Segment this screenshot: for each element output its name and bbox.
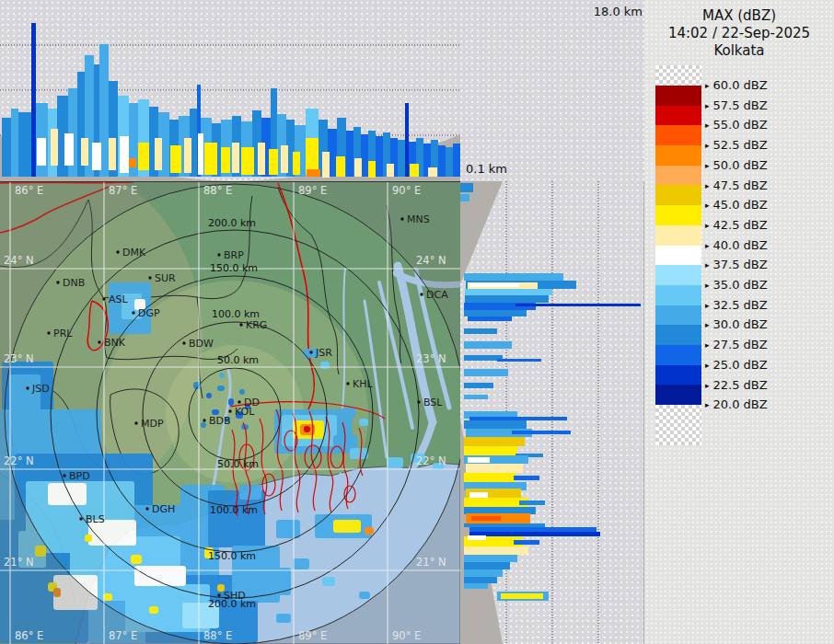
tick-value: 52.5 dBZ xyxy=(713,138,768,152)
station-label: ASL xyxy=(109,293,129,305)
tick-value: 45.0 dBZ xyxy=(713,198,768,212)
station-label: MNS xyxy=(407,213,430,225)
legend-color-bar xyxy=(655,65,701,445)
station-dot xyxy=(346,382,349,385)
tick-value: 25.0 dBZ xyxy=(713,358,768,372)
profile-bar xyxy=(471,516,501,521)
lon-label: 87° E xyxy=(109,184,137,197)
station-dot xyxy=(417,400,420,403)
profile-bar xyxy=(469,283,519,287)
legend-band xyxy=(655,125,701,145)
tick-value: 40.0 dBZ xyxy=(713,238,768,252)
profile-bar xyxy=(512,431,571,434)
profile-bar xyxy=(464,437,525,446)
profile-bar xyxy=(464,507,536,514)
profile-core xyxy=(336,156,345,177)
legend-band xyxy=(655,65,701,86)
station-label: BNK xyxy=(104,337,126,349)
tick-value: 57.5 dBZ xyxy=(713,98,768,112)
echo-rect xyxy=(276,614,291,623)
legend-band xyxy=(655,225,701,246)
echo-rect xyxy=(333,520,361,533)
legend-title-block: MAX (dBZ) 14:02 / 22-Sep-2025 Kolkata xyxy=(644,7,834,60)
tick-arrow-icon: ▸ xyxy=(705,221,710,230)
profile-core xyxy=(37,138,46,166)
legend-band xyxy=(655,345,701,365)
range-ring-label: 50.0 km xyxy=(217,354,259,366)
echo-rect xyxy=(322,577,335,586)
echo-rect xyxy=(239,389,245,395)
echo-rect xyxy=(85,535,92,542)
echo-rect xyxy=(387,457,403,468)
station-label: BSL xyxy=(423,397,443,408)
profile-bar xyxy=(466,464,523,473)
station-label: BRP xyxy=(224,249,244,261)
station-dot xyxy=(203,419,205,421)
profile-core xyxy=(184,138,191,173)
range-ring-label: 150.0 km xyxy=(208,550,256,562)
station-label: BDB xyxy=(209,415,231,427)
profile-bar xyxy=(465,295,549,303)
tick-arrow-icon: ▸ xyxy=(705,381,710,390)
tick-arrow-icon: ▸ xyxy=(705,141,710,150)
tick-arrow-icon: ▸ xyxy=(705,161,710,170)
echo-rect xyxy=(263,568,291,595)
echo-rect xyxy=(320,362,330,369)
echo-rect xyxy=(342,408,355,419)
station-dot xyxy=(79,517,82,520)
legend-tick: ▸22.5 dBZ xyxy=(705,378,768,392)
legend-tick: ▸37.5 dBZ xyxy=(705,258,768,271)
tick-arrow-icon: ▸ xyxy=(705,121,710,130)
station-label: SHD xyxy=(224,590,246,602)
tick-value: 27.5 dBZ xyxy=(713,338,768,351)
station-dot xyxy=(239,323,242,326)
tick-arrow-icon: ▸ xyxy=(705,181,710,190)
tick-value: 37.5 dBZ xyxy=(713,258,768,271)
echo-rect xyxy=(359,592,370,599)
legend-band xyxy=(655,86,701,106)
profile-core xyxy=(428,167,437,177)
legend-tick: ▸20.0 dBZ xyxy=(705,397,768,411)
station-dot xyxy=(56,281,59,283)
profile-bar xyxy=(464,569,503,577)
legend-band xyxy=(655,145,701,166)
profile-core xyxy=(354,158,362,177)
profile-core xyxy=(258,143,265,175)
profile-bar xyxy=(464,577,497,583)
range-ring-label: 100.0 km xyxy=(210,504,258,516)
radar-map-panel: 86° E86° E87° E87° E88° E88° E89° E89° E… xyxy=(0,181,460,644)
tick-arrow-icon: ▸ xyxy=(705,361,710,370)
legend-tick: ▸50.0 dBZ xyxy=(705,158,768,172)
tick-value: 47.5 dBZ xyxy=(713,178,768,192)
profile-core xyxy=(155,138,162,170)
lat-label: 22° N xyxy=(416,454,446,467)
profile-bar xyxy=(464,310,527,316)
profile-core xyxy=(120,136,129,173)
height-axis-max-label: 18.0 km xyxy=(587,5,643,18)
station-dot xyxy=(116,250,119,253)
profile-bar xyxy=(346,131,353,177)
profile-core xyxy=(109,138,116,170)
station-dot xyxy=(132,311,134,314)
station-dot xyxy=(217,593,220,596)
profile-bar xyxy=(464,446,517,455)
profile-bar xyxy=(405,103,409,177)
profile-bar xyxy=(464,273,563,281)
lon-label: 90° E xyxy=(392,184,421,197)
station-label: BPD xyxy=(69,470,90,482)
profile-bar xyxy=(464,369,508,376)
profile-core xyxy=(138,143,149,170)
profile-bar xyxy=(469,532,600,536)
legend-band xyxy=(655,365,701,385)
tick-arrow-icon: ▸ xyxy=(705,241,710,250)
legend-band xyxy=(655,305,701,326)
station-dot xyxy=(237,400,240,403)
lon-label: 90° E xyxy=(392,629,421,642)
profile-core xyxy=(232,143,239,173)
station-label: DMK xyxy=(122,247,146,259)
profile-bar xyxy=(514,540,539,545)
profile-bar xyxy=(464,328,497,334)
profile-bar xyxy=(453,144,460,177)
tick-arrow-icon: ▸ xyxy=(705,101,710,110)
station-dot xyxy=(47,331,50,334)
